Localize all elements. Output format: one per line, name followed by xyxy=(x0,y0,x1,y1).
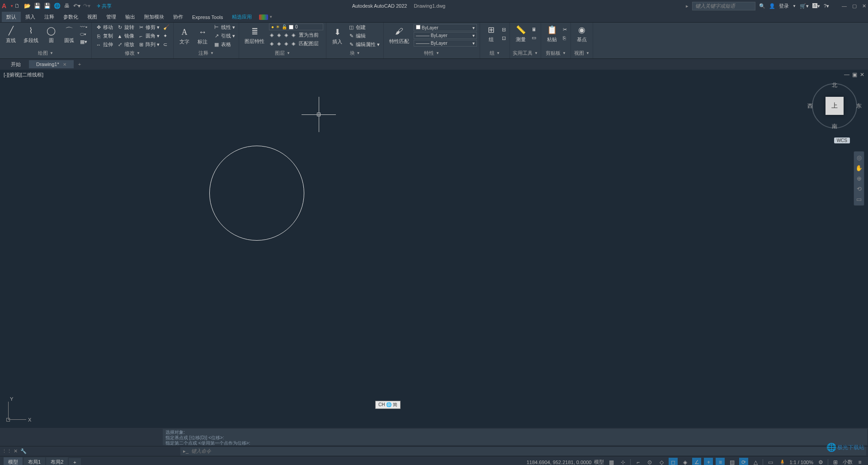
ortho-icon[interactable]: ⌐ xyxy=(633,458,642,465)
line-button[interactable]: ╱直线 xyxy=(3,24,19,45)
tab-featured[interactable]: 精选应用 xyxy=(227,12,256,22)
customize-icon[interactable]: ≡ xyxy=(855,458,864,465)
isodraft-icon[interactable]: ◇ xyxy=(657,458,666,465)
drawing-canvas[interactable]: [-][俯视][二维线框] — ▣ ✕ Y X 上 北 南 西 东 WCS ◎ … xyxy=(0,70,868,428)
ungroup-icon[interactable]: ⊟ xyxy=(501,26,507,33)
units-display[interactable]: 小数 xyxy=(843,459,853,465)
web-icon[interactable]: 🌐 xyxy=(53,2,61,9)
redo-icon[interactable]: ↷▾ xyxy=(83,2,90,9)
tab-expand-icon[interactable]: ▼ xyxy=(269,15,273,19)
dim-button[interactable]: ↔标注 xyxy=(194,26,211,46)
viewport-minimize-icon[interactable]: — xyxy=(844,71,849,78)
panel-clipboard-label[interactable]: 剪贴板▼ xyxy=(544,49,568,57)
close-icon[interactable]: ✕ xyxy=(862,3,866,9)
minimize-icon[interactable]: — xyxy=(842,3,847,9)
osnap-icon[interactable]: ◻ xyxy=(669,458,678,465)
group-button[interactable]: ⊞组 xyxy=(483,24,499,44)
erase-icon[interactable]: 🧹 xyxy=(162,24,170,31)
viewcube-face[interactable]: 上 xyxy=(826,97,844,115)
logo-dropdown[interactable]: ▼ xyxy=(10,4,14,8)
match-layer-button[interactable]: 匹配图层 xyxy=(298,40,320,47)
layout2-tab[interactable]: 布局2 xyxy=(46,457,68,465)
fillet-button[interactable]: ⌐圆角▾ xyxy=(137,32,160,40)
panel-block-label[interactable]: 块▼ xyxy=(329,49,381,57)
snap-icon[interactable]: ⊹ xyxy=(618,458,627,465)
layer-tool-4[interactable]: ◈ xyxy=(291,32,296,38)
linetype-combo[interactable]: ——— ByLayer▾ xyxy=(414,40,477,47)
tab-insert[interactable]: 插入 xyxy=(21,12,40,22)
status-model-button[interactable]: 模型 xyxy=(594,459,604,465)
viewport-restore-icon[interactable]: ▣ xyxy=(852,71,857,78)
edit-block-button[interactable]: ✎编辑 xyxy=(347,32,381,40)
new-icon[interactable]: 🗋 xyxy=(14,2,21,9)
help-icon[interactable]: ?▾ xyxy=(824,3,829,9)
open-icon[interactable]: 📂 xyxy=(24,2,31,9)
base-button[interactable]: ◉基点 xyxy=(574,24,590,44)
leader-button[interactable]: ↗引线▾ xyxy=(212,32,236,40)
arc-button[interactable]: ⌒圆弧 xyxy=(61,24,77,45)
spline-icon[interactable]: 〰▾ xyxy=(79,24,89,30)
viewport-close-icon[interactable]: ✕ xyxy=(860,71,864,78)
circle-button[interactable]: ◯圆 xyxy=(43,24,59,45)
match-props-button[interactable]: 🖌特性匹配 xyxy=(387,25,412,46)
orbit-icon[interactable]: ⟲ xyxy=(857,185,862,192)
tab-color-swatch[interactable] xyxy=(259,14,268,20)
rotate-button[interactable]: ↻旋转 xyxy=(116,24,135,31)
offset-icon[interactable]: ⊂ xyxy=(162,41,168,48)
layer-tool-2[interactable]: ◈ xyxy=(276,32,282,38)
layer-tool-1[interactable]: ◈ xyxy=(269,32,274,38)
autodesk-icon[interactable]: 🅰▾ xyxy=(812,3,820,9)
scale-button[interactable]: ⤢缩放 xyxy=(116,41,135,48)
measure-button[interactable]: 📏测量 xyxy=(513,24,529,44)
panel-layers-label[interactable]: 图层▼ xyxy=(242,49,323,57)
tab-default[interactable]: 默认 xyxy=(2,12,21,22)
add-layout-button[interactable]: + xyxy=(69,458,80,465)
linear-button[interactable]: ⊢线性▾ xyxy=(212,24,236,31)
ellipse-icon[interactable]: ⬭▾ xyxy=(79,31,89,38)
showmotion-icon[interactable]: ▭ xyxy=(856,196,862,203)
move-button[interactable]: ✥移动 xyxy=(94,24,114,31)
scale-display[interactable]: 1:1 / 100% xyxy=(789,460,813,465)
edit-attr-button[interactable]: ✎编辑属性▾ xyxy=(347,41,381,48)
cut-icon[interactable]: ✂ xyxy=(562,26,568,33)
tab-express[interactable]: Express Tools xyxy=(188,13,227,22)
undo-icon[interactable]: ↶▾ xyxy=(73,2,80,9)
gear-icon[interactable]: ⚙ xyxy=(816,458,825,465)
layer-tool-6[interactable]: ◈ xyxy=(276,40,282,47)
panel-props-label[interactable]: 特性▼ xyxy=(387,49,477,57)
group-edit-icon[interactable]: ⊡ xyxy=(501,35,507,42)
user-icon[interactable]: 👤 xyxy=(769,3,775,9)
layer-tool-3[interactable]: ◈ xyxy=(283,32,289,38)
viewcube[interactable]: 上 北 南 西 东 xyxy=(812,83,857,128)
mirror-button[interactable]: ▲镜像 xyxy=(116,32,135,40)
otrack-icon[interactable]: ∠ xyxy=(692,458,701,465)
cycling-icon[interactable]: ⟳ xyxy=(739,458,748,465)
cmdline-close-icon[interactable]: ✕ xyxy=(14,448,18,454)
panel-modify-label[interactable]: 修改▼ xyxy=(94,49,170,57)
calc-icon[interactable]: 🖩 xyxy=(531,26,538,33)
color-combo[interactable]: ByLayer▾ xyxy=(414,24,477,31)
trim-button[interactable]: ✂修剪▾ xyxy=(137,24,160,31)
workspace-icon[interactable]: ⊞ xyxy=(831,458,840,465)
array-button[interactable]: ⊞阵列▾ xyxy=(137,41,160,48)
select-icon[interactable]: ▭ xyxy=(531,34,538,41)
lineweight-combo[interactable]: ——— ByLayer▾ xyxy=(414,32,477,39)
table-button[interactable]: ▦表格 xyxy=(212,41,236,48)
drawing-tab[interactable]: Drawing1*✕ xyxy=(29,60,74,68)
layer-tool-8[interactable]: ◈ xyxy=(291,40,296,47)
dyn-icon[interactable]: + xyxy=(704,458,713,465)
panel-annotate-label[interactable]: 注释▼ xyxy=(176,49,236,57)
tab-view[interactable]: 视图 xyxy=(83,12,102,22)
panel-group-label[interactable]: 组▼ xyxy=(483,49,507,57)
save-icon[interactable]: 💾 xyxy=(33,2,41,9)
annoscale-icon[interactable]: 🧍 xyxy=(778,458,787,465)
text-button[interactable]: A文字 xyxy=(176,26,193,46)
layer-tool-5[interactable]: ◈ xyxy=(269,40,274,47)
model-tab[interactable]: 模型 xyxy=(4,457,23,465)
layer-props-button[interactable]: ≣图层特性 xyxy=(242,25,267,46)
lwt-icon[interactable]: ≡ xyxy=(716,458,725,465)
cmdline-handle-icon[interactable]: ⋮⋮ xyxy=(2,448,12,454)
login-label[interactable]: 登录 xyxy=(779,3,789,9)
set-current-button[interactable]: 置为当前 xyxy=(298,31,320,39)
viewcube-north[interactable]: 北 xyxy=(832,81,837,89)
